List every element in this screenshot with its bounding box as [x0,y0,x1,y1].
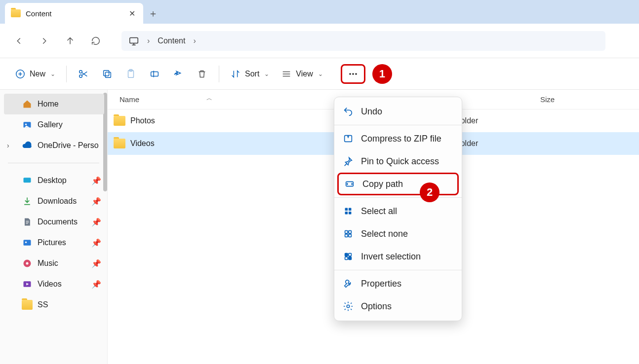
sidebar-item-documents[interactable]: Documents 📌 [0,212,107,232]
paste-button [120,64,142,84]
delete-button[interactable] [191,64,213,84]
sidebar-item-ss[interactable]: SS [0,294,107,315]
ctx-select-none[interactable]: Select none [334,222,462,245]
folder-icon [22,299,33,310]
svg-rect-33 [349,257,352,260]
trash-icon [197,69,207,79]
up-button[interactable] [60,31,80,51]
view-label: View [296,70,313,78]
chevron-down-icon: ⌄ [318,71,323,77]
address-bar[interactable]: › Content › [121,31,605,51]
chevron-right-icon: › [7,142,9,149]
refresh-button[interactable] [86,31,106,51]
pin-icon: 📌 [91,197,101,206]
sort-button[interactable]: Sort ⌄ [225,64,274,84]
ctx-label: Pin to Quick access [361,156,439,167]
pin-icon: 📌 [91,218,101,227]
sidebar-label: SS [38,300,48,309]
home-icon [22,99,33,109]
sidebar-label: OneDrive - Perso [38,141,99,150]
copy-button[interactable] [96,64,118,84]
svg-rect-0 [130,37,138,43]
tab-current[interactable]: Content ✕ [5,3,143,24]
rename-button[interactable] [144,64,165,84]
gear-icon [342,300,354,312]
close-tab-icon[interactable]: ✕ [127,7,137,20]
sidebar-item-gallery[interactable]: Gallery [0,114,107,135]
svg-point-34 [347,305,350,308]
clipboard-icon [125,69,136,79]
back-button[interactable] [9,31,29,51]
ctx-compress-zip[interactable]: Compress to ZIP file [334,127,462,150]
copy-icon [102,69,113,79]
scissors-icon [78,69,89,79]
svg-rect-31 [349,254,352,256]
undo-icon [342,106,354,117]
ctx-label: Properties [361,279,401,289]
share-icon [173,69,184,79]
pin-icon: 📌 [91,259,101,268]
wrench-icon [342,278,354,290]
ctx-select-all[interactable]: Select all [334,200,462,222]
file-name: Videos [130,139,155,148]
ctx-label: Options [361,301,392,312]
ctx-copy-path[interactable]: Copy path [337,173,459,195]
folder-icon [11,9,21,17]
ctx-label: Undo [361,107,382,117]
svg-point-13 [25,124,27,125]
sidebar-label: Gallery [38,120,63,129]
svg-rect-4 [105,72,111,77]
pin-icon [342,155,354,167]
svg-point-18 [26,262,29,265]
cut-button[interactable] [73,64,94,84]
sidebar-item-desktop[interactable]: Desktop 📌 [0,170,107,191]
sort-icon [230,69,241,79]
ctx-label: Select none [361,229,408,239]
svg-point-2 [80,70,82,73]
ellipsis-icon [347,68,359,80]
new-tab-button[interactable]: ＋ [143,3,163,24]
ctx-options[interactable]: Options [334,295,462,318]
svg-rect-22 [345,208,348,211]
sidebar-item-onedrive[interactable]: › OneDrive - Perso [0,135,107,156]
svg-rect-15 [24,240,31,246]
svg-point-16 [25,242,27,243]
svg-point-9 [349,73,351,75]
more-button[interactable] [341,64,365,84]
sidebar: Home Gallery › OneDrive - Perso Desktop … [0,90,108,364]
sidebar-item-home[interactable]: Home [4,94,104,114]
separator [219,66,219,82]
sidebar-item-downloads[interactable]: Downloads 📌 [0,191,107,212]
ctx-label: Copy path [362,179,403,189]
rename-icon [149,69,160,79]
zip-icon [342,133,354,145]
sidebar-item-pictures[interactable]: Pictures 📌 [0,232,107,253]
select-all-icon [342,205,354,217]
svg-rect-5 [104,70,109,75]
new-label: New [30,70,45,78]
breadcrumb-current[interactable]: Content [158,36,185,45]
new-button[interactable]: New ⌄ [10,64,60,84]
ctx-invert-selection[interactable]: Invert selection [334,245,462,268]
column-size[interactable]: Size [540,95,639,104]
sidebar-label: Home [38,100,59,109]
ctx-undo[interactable]: Undo [334,100,462,123]
sidebar-item-videos[interactable]: Videos 📌 [0,274,107,294]
context-menu: Undo Compress to ZIP file Pin to Quick a… [334,97,462,321]
separator [8,163,99,163]
svg-point-11 [355,73,357,75]
file-name: Photos [130,116,155,125]
chevron-right-icon: › [190,36,199,45]
svg-rect-25 [349,212,352,215]
pin-icon: 📌 [91,176,101,185]
chevron-down-icon: ⌄ [264,71,269,77]
pictures-icon [22,237,33,248]
share-button[interactable] [167,64,189,84]
ctx-pin-quick-access[interactable]: Pin to Quick access [334,150,462,173]
svg-rect-24 [345,212,348,215]
sidebar-item-music[interactable]: Music 📌 [0,253,107,274]
forward-button[interactable] [35,31,54,51]
sidebar-label: Pictures [38,238,66,247]
ctx-properties[interactable]: Properties [334,272,462,295]
view-button[interactable]: View ⌄ [276,64,327,84]
